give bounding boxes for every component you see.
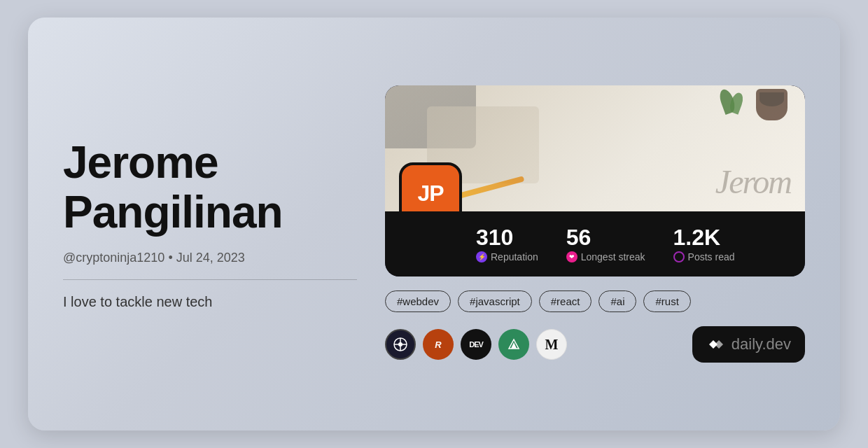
stat-streak: 56 ❤ Longest streak xyxy=(566,225,645,262)
streak-label-text: Longest streak xyxy=(581,251,645,262)
posts-read-value: 1.2K xyxy=(673,225,721,250)
posts-read-label: Posts read xyxy=(673,251,735,262)
source-icon-dev[interactable]: DEV xyxy=(461,329,491,360)
tag-ai[interactable]: #ai xyxy=(598,290,636,312)
left-section: Jerome Pangilinan @cryptoninja1210 • Jul… xyxy=(63,138,385,310)
profile-card-inner: Jerom JP 310 ⚡ Reputation xyxy=(385,85,805,276)
reputation-label: ⚡ Reputation xyxy=(476,251,538,262)
stat-reputation: 310 ⚡ Reputation xyxy=(476,225,538,262)
separator: • xyxy=(168,251,176,265)
footer-section: R DEV M da xyxy=(385,326,805,363)
reputation-icon: ⚡ xyxy=(476,251,487,262)
avatar: JP xyxy=(399,162,462,211)
user-full-name: Jerome Pangilinan xyxy=(63,138,357,237)
user-bio: I love to tackle new tech xyxy=(63,294,357,310)
tags-section: #webdev #javascript #react #ai #rust xyxy=(385,290,805,312)
signature: Jerom xyxy=(715,162,791,201)
stats-bar: 310 ⚡ Reputation 56 ❤ Longest streak xyxy=(385,211,805,276)
cover-image: Jerom JP xyxy=(385,85,805,211)
streak-icon: ❤ xyxy=(566,251,578,262)
daily-dev-text: daily.dev xyxy=(732,335,791,354)
profile-visual-card: Jerom JP 310 ⚡ Reputation xyxy=(385,85,805,290)
profile-card: Jerome Pangilinan @cryptoninja1210 • Jul… xyxy=(28,18,840,430)
divider xyxy=(63,279,357,280)
user-handle-date: @cryptoninja1210 • Jul 24, 2023 xyxy=(63,251,357,265)
right-section: Jerom JP 310 ⚡ Reputation xyxy=(385,85,805,363)
avatar-initials: JP xyxy=(417,181,443,206)
posts-read-icon xyxy=(673,251,685,262)
tag-rust[interactable]: #rust xyxy=(643,290,690,312)
streak-label: ❤ Longest streak xyxy=(566,251,645,262)
source-icon-medium[interactable]: M xyxy=(536,329,567,360)
daily-text: daily xyxy=(732,335,762,353)
daily-dev-icon xyxy=(706,335,726,354)
tag-react[interactable]: #react xyxy=(539,290,592,312)
daily-dev-logo: daily.dev xyxy=(692,326,805,363)
posts-read-label-text: Posts read xyxy=(688,251,735,262)
streak-value: 56 xyxy=(566,225,592,250)
source-icon-rust[interactable]: R xyxy=(423,329,454,360)
svg-point-3 xyxy=(398,342,402,346)
stat-posts-read: 1.2K Posts read xyxy=(673,225,735,262)
reputation-value: 310 xyxy=(476,225,513,250)
coffee-decoration xyxy=(756,89,788,120)
user-handle: @cryptoninja1210 xyxy=(63,251,164,265)
plant-decoration xyxy=(721,89,742,124)
join-date: Jul 24, 2023 xyxy=(176,251,245,265)
source-icon-vue[interactable] xyxy=(498,329,529,360)
tag-webdev[interactable]: #webdev xyxy=(385,290,451,312)
source-icons: R DEV M xyxy=(385,329,567,360)
tag-javascript[interactable]: #javascript xyxy=(458,290,532,312)
reputation-label-text: Reputation xyxy=(491,251,538,262)
source-icon-crosshair[interactable] xyxy=(385,329,416,360)
dev-suffix: .dev xyxy=(762,335,791,353)
